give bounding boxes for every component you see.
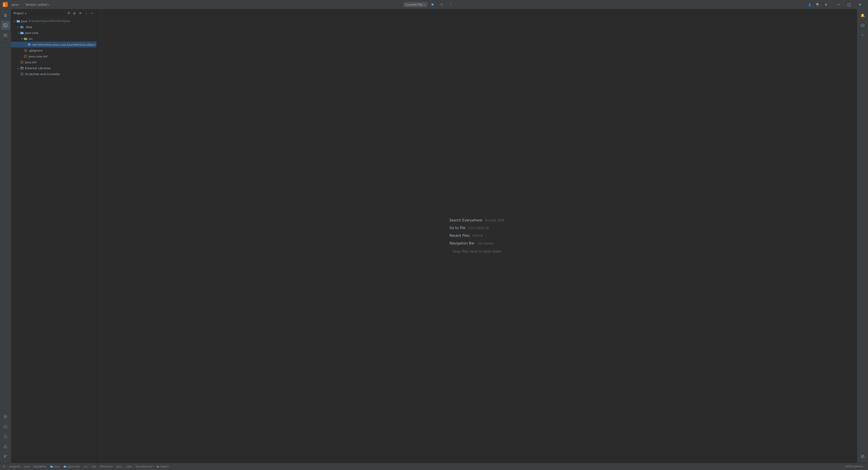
status-java-core-folder[interactable]: java-core bbox=[64, 465, 80, 468]
shortcut-row-goto-file: Go to File Ctrl+Shift+N bbox=[450, 226, 489, 230]
sidebar: Project ▾ ↺ ◎ ✕ ⋮ − ja bbox=[11, 9, 97, 463]
chevron-down-icon: ▾ bbox=[19, 3, 20, 6]
status-foundational[interactable]: foundational bbox=[135, 465, 153, 468]
tree-item-java-root[interactable]: java D:\projects\java\ittimeline\java bbox=[11, 18, 96, 24]
database-button[interactable] bbox=[858, 21, 867, 30]
problems-icon[interactable] bbox=[1, 432, 10, 441]
status-src[interactable]: src bbox=[84, 465, 88, 468]
folder-open-icon bbox=[16, 19, 20, 23]
breadcrumb-sep: › bbox=[114, 465, 115, 468]
toggle-icon[interactable] bbox=[16, 66, 20, 70]
settings-button[interactable]: ⚙ bbox=[822, 1, 830, 8]
status-net[interactable]: net bbox=[92, 465, 96, 468]
status-java2[interactable]: java bbox=[116, 465, 122, 468]
tree-label-java-core-iml: java-core.iml bbox=[29, 55, 48, 58]
collapse-button[interactable]: − bbox=[89, 10, 95, 16]
tree-path-java-root: D:\projects\java\ittimeline\java bbox=[29, 20, 70, 23]
tree-item-idea[interactable]: .idea bbox=[11, 24, 96, 30]
menu-version-control[interactable]: Version control ▾ bbox=[23, 2, 52, 7]
tree-item-external-libs[interactable]: External Libraries bbox=[11, 65, 96, 71]
status-java-folder[interactable]: java bbox=[50, 465, 60, 468]
tree-item-src[interactable]: src bbox=[11, 36, 96, 41]
minimize-button[interactable]: − bbox=[833, 1, 844, 8]
project-panel-icon[interactable] bbox=[1, 21, 10, 30]
status-object[interactable]: object bbox=[156, 465, 168, 468]
sync-button[interactable]: ↺ bbox=[66, 10, 71, 16]
drop-hint: Drop files here to open them bbox=[453, 249, 501, 254]
tree-item-java-core-iml[interactable]: ▸ java-core.iml bbox=[11, 53, 96, 59]
breadcrumb-sep: › bbox=[97, 465, 98, 468]
sidebar-options-button[interactable]: ⋮ bbox=[84, 10, 89, 16]
sidebar-title[interactable]: Project ▾ bbox=[13, 11, 65, 15]
sidebar-header-actions: ↺ ◎ ✕ ⋮ − bbox=[66, 10, 95, 16]
toggle-icon[interactable] bbox=[16, 31, 20, 35]
toggle-icon[interactable] bbox=[13, 19, 16, 23]
plugins-right-icon[interactable] bbox=[858, 452, 867, 461]
tree-label-java-core: java-core bbox=[25, 31, 38, 35]
status-ittimeline2[interactable]: ittimeline bbox=[100, 465, 113, 468]
folder-open-icon bbox=[20, 31, 24, 35]
svg-rect-47 bbox=[863, 457, 864, 458]
bookmark-button[interactable]: ☆ bbox=[438, 1, 445, 8]
svg-marker-12 bbox=[5, 416, 6, 417]
svg-point-21 bbox=[4, 455, 5, 456]
breadcrumb-sep: › bbox=[89, 465, 90, 468]
more-options-button[interactable]: ⋮ bbox=[447, 1, 454, 8]
more-tools-icon[interactable]: ⋯ bbox=[1, 41, 10, 50]
tree-label-idea: .idea bbox=[25, 25, 32, 29]
tree-label-src: src bbox=[29, 37, 33, 40]
notifications-button[interactable]: 🔔 bbox=[858, 11, 867, 20]
editor-area: Search Everywhere Double Shift Go to Fil… bbox=[97, 9, 857, 463]
status-core[interactable]: core bbox=[126, 465, 132, 468]
status-projects[interactable]: projects bbox=[9, 465, 20, 468]
menu-bar: java ▾ Version control ▾ bbox=[9, 2, 52, 7]
locate-button[interactable]: ◎ bbox=[72, 10, 77, 16]
chevron-down-icon: ▾ bbox=[424, 3, 425, 6]
breadcrumb-sep: › bbox=[48, 465, 49, 468]
warnings-icon[interactable] bbox=[1, 442, 10, 451]
svg-point-17 bbox=[5, 437, 6, 437]
git-icon[interactable] bbox=[1, 452, 10, 461]
folder-icon bbox=[20, 25, 24, 29]
close-sidebar-button[interactable]: ✕ bbox=[78, 10, 83, 16]
toggle-icon[interactable] bbox=[16, 25, 20, 29]
sparkle-button[interactable]: ✦ bbox=[858, 31, 867, 40]
svg-point-45 bbox=[861, 24, 864, 25]
breadcrumb-sep: › bbox=[22, 465, 23, 468]
svg-point-20 bbox=[5, 447, 6, 448]
run-button[interactable] bbox=[429, 1, 436, 8]
tree-item-gitignore[interactable]: ▸ .gitignore bbox=[11, 48, 96, 53]
tree-label-java-root: java bbox=[21, 20, 27, 23]
hamburger-menu-icon[interactable]: ☰ bbox=[1, 11, 10, 20]
current-file-button[interactable]: Current File ▾ bbox=[403, 2, 427, 7]
restore-button[interactable]: □ bbox=[844, 1, 855, 8]
collab-icon: 👤 bbox=[808, 3, 811, 6]
statusbar-right-info: CDSN @ttimel... bbox=[845, 465, 865, 468]
shortcut-key-search: Double Shift bbox=[485, 218, 504, 222]
status-java1[interactable]: java bbox=[24, 465, 30, 468]
search-button[interactable]: 🔍 bbox=[814, 1, 822, 8]
external-libs-icon bbox=[20, 66, 24, 70]
close-button[interactable]: ✕ bbox=[855, 1, 865, 8]
tree-item-java-iml[interactable]: ▸ java.iml bbox=[11, 59, 96, 65]
toggle-icon[interactable] bbox=[20, 37, 24, 40]
terminal-icon[interactable] bbox=[1, 422, 10, 431]
run-debug-icon[interactable] bbox=[1, 412, 10, 421]
shortcut-row-search: Search Everywhere Double Shift bbox=[450, 218, 504, 222]
menu-java[interactable]: java ▾ bbox=[9, 2, 22, 7]
tree-item-scratches[interactable]: ▸ Scratches and Consoles bbox=[11, 71, 96, 77]
status-d[interactable]: D: bbox=[3, 465, 6, 468]
tree-item-package[interactable]: ▸ net.ittimeline.java.core.foundational.… bbox=[11, 41, 96, 48]
iml-file-icon bbox=[20, 60, 24, 64]
plugins-icon[interactable] bbox=[1, 31, 10, 40]
project-tree: java D:\projects\java\ittimeline\java .i… bbox=[11, 17, 96, 463]
tree-item-java-core[interactable]: java-core bbox=[11, 30, 96, 36]
collab-button[interactable]: 👤 bbox=[806, 1, 813, 8]
window-controls: − □ ✕ bbox=[833, 1, 865, 8]
titlebar-right-actions: 👤 🔍 ⚙ bbox=[806, 1, 830, 8]
breadcrumb-sep: › bbox=[7, 465, 8, 468]
breadcrumb-sep: › bbox=[133, 465, 134, 468]
svg-text:J: J bbox=[3, 3, 5, 6]
tree-label-external-libs: External Libraries bbox=[25, 66, 51, 70]
status-ittimeline[interactable]: ittimeline bbox=[34, 465, 46, 468]
